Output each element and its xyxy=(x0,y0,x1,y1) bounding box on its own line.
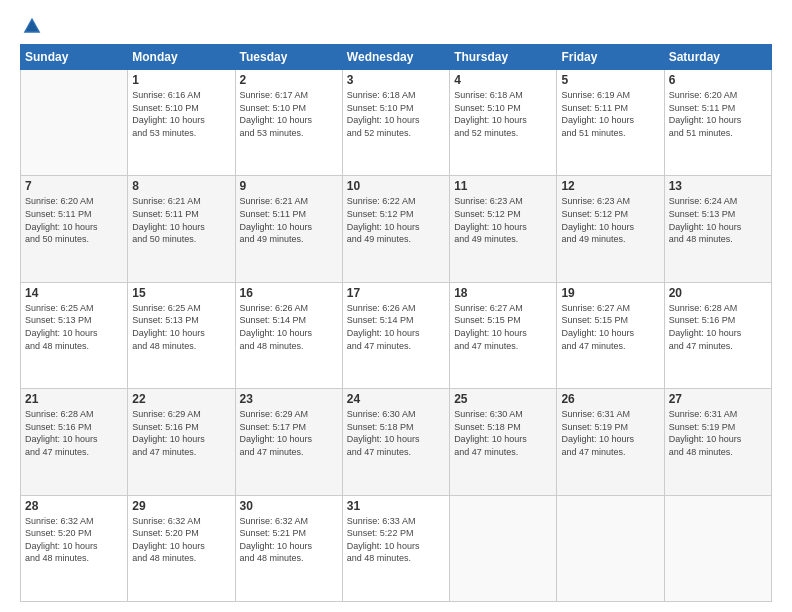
day-number: 28 xyxy=(25,499,123,513)
header-row: SundayMondayTuesdayWednesdayThursdayFrid… xyxy=(21,45,772,70)
logo-icon xyxy=(22,16,42,36)
day-detail: Sunrise: 6:25 AMSunset: 5:13 PMDaylight:… xyxy=(132,302,230,352)
calendar-table: SundayMondayTuesdayWednesdayThursdayFrid… xyxy=(20,44,772,602)
day-number: 15 xyxy=(132,286,230,300)
calendar-cell: 1Sunrise: 6:16 AMSunset: 5:10 PMDaylight… xyxy=(128,70,235,176)
calendar-cell: 16Sunrise: 6:26 AMSunset: 5:14 PMDayligh… xyxy=(235,282,342,388)
day-number: 3 xyxy=(347,73,445,87)
calendar-cell xyxy=(450,495,557,601)
day-number: 25 xyxy=(454,392,552,406)
day-header: Thursday xyxy=(450,45,557,70)
day-detail: Sunrise: 6:21 AMSunset: 5:11 PMDaylight:… xyxy=(240,195,338,245)
calendar-cell: 3Sunrise: 6:18 AMSunset: 5:10 PMDaylight… xyxy=(342,70,449,176)
calendar-cell: 27Sunrise: 6:31 AMSunset: 5:19 PMDayligh… xyxy=(664,389,771,495)
calendar-cell: 21Sunrise: 6:28 AMSunset: 5:16 PMDayligh… xyxy=(21,389,128,495)
day-number: 2 xyxy=(240,73,338,87)
calendar-week-row: 28Sunrise: 6:32 AMSunset: 5:20 PMDayligh… xyxy=(21,495,772,601)
calendar-cell: 9Sunrise: 6:21 AMSunset: 5:11 PMDaylight… xyxy=(235,176,342,282)
day-number: 26 xyxy=(561,392,659,406)
day-detail: Sunrise: 6:32 AMSunset: 5:20 PMDaylight:… xyxy=(132,515,230,565)
day-detail: Sunrise: 6:20 AMSunset: 5:11 PMDaylight:… xyxy=(25,195,123,245)
calendar-cell: 25Sunrise: 6:30 AMSunset: 5:18 PMDayligh… xyxy=(450,389,557,495)
day-number: 1 xyxy=(132,73,230,87)
page: SundayMondayTuesdayWednesdayThursdayFrid… xyxy=(0,0,792,612)
day-number: 31 xyxy=(347,499,445,513)
day-detail: Sunrise: 6:25 AMSunset: 5:13 PMDaylight:… xyxy=(25,302,123,352)
day-detail: Sunrise: 6:33 AMSunset: 5:22 PMDaylight:… xyxy=(347,515,445,565)
day-detail: Sunrise: 6:29 AMSunset: 5:16 PMDaylight:… xyxy=(132,408,230,458)
calendar-cell: 18Sunrise: 6:27 AMSunset: 5:15 PMDayligh… xyxy=(450,282,557,388)
day-detail: Sunrise: 6:31 AMSunset: 5:19 PMDaylight:… xyxy=(669,408,767,458)
day-detail: Sunrise: 6:27 AMSunset: 5:15 PMDaylight:… xyxy=(454,302,552,352)
calendar-cell xyxy=(664,495,771,601)
day-number: 7 xyxy=(25,179,123,193)
day-detail: Sunrise: 6:26 AMSunset: 5:14 PMDaylight:… xyxy=(240,302,338,352)
calendar-cell: 20Sunrise: 6:28 AMSunset: 5:16 PMDayligh… xyxy=(664,282,771,388)
calendar-cell: 26Sunrise: 6:31 AMSunset: 5:19 PMDayligh… xyxy=(557,389,664,495)
calendar-cell: 13Sunrise: 6:24 AMSunset: 5:13 PMDayligh… xyxy=(664,176,771,282)
day-detail: Sunrise: 6:27 AMSunset: 5:15 PMDaylight:… xyxy=(561,302,659,352)
day-number: 5 xyxy=(561,73,659,87)
day-detail: Sunrise: 6:30 AMSunset: 5:18 PMDaylight:… xyxy=(347,408,445,458)
calendar-cell: 22Sunrise: 6:29 AMSunset: 5:16 PMDayligh… xyxy=(128,389,235,495)
day-detail: Sunrise: 6:19 AMSunset: 5:11 PMDaylight:… xyxy=(561,89,659,139)
day-number: 29 xyxy=(132,499,230,513)
calendar-cell: 30Sunrise: 6:32 AMSunset: 5:21 PMDayligh… xyxy=(235,495,342,601)
day-detail: Sunrise: 6:28 AMSunset: 5:16 PMDaylight:… xyxy=(25,408,123,458)
day-header: Sunday xyxy=(21,45,128,70)
day-detail: Sunrise: 6:28 AMSunset: 5:16 PMDaylight:… xyxy=(669,302,767,352)
day-number: 23 xyxy=(240,392,338,406)
day-header: Tuesday xyxy=(235,45,342,70)
calendar-cell: 31Sunrise: 6:33 AMSunset: 5:22 PMDayligh… xyxy=(342,495,449,601)
day-number: 13 xyxy=(669,179,767,193)
day-number: 30 xyxy=(240,499,338,513)
calendar-cell: 24Sunrise: 6:30 AMSunset: 5:18 PMDayligh… xyxy=(342,389,449,495)
day-detail: Sunrise: 6:23 AMSunset: 5:12 PMDaylight:… xyxy=(454,195,552,245)
day-detail: Sunrise: 6:18 AMSunset: 5:10 PMDaylight:… xyxy=(347,89,445,139)
calendar-cell xyxy=(21,70,128,176)
calendar-cell: 12Sunrise: 6:23 AMSunset: 5:12 PMDayligh… xyxy=(557,176,664,282)
calendar-cell: 17Sunrise: 6:26 AMSunset: 5:14 PMDayligh… xyxy=(342,282,449,388)
calendar-cell: 19Sunrise: 6:27 AMSunset: 5:15 PMDayligh… xyxy=(557,282,664,388)
day-number: 19 xyxy=(561,286,659,300)
day-detail: Sunrise: 6:29 AMSunset: 5:17 PMDaylight:… xyxy=(240,408,338,458)
day-number: 11 xyxy=(454,179,552,193)
calendar-cell: 28Sunrise: 6:32 AMSunset: 5:20 PMDayligh… xyxy=(21,495,128,601)
day-number: 17 xyxy=(347,286,445,300)
calendar-cell: 29Sunrise: 6:32 AMSunset: 5:20 PMDayligh… xyxy=(128,495,235,601)
calendar-cell: 10Sunrise: 6:22 AMSunset: 5:12 PMDayligh… xyxy=(342,176,449,282)
calendar-cell: 11Sunrise: 6:23 AMSunset: 5:12 PMDayligh… xyxy=(450,176,557,282)
day-number: 14 xyxy=(25,286,123,300)
calendar-cell: 15Sunrise: 6:25 AMSunset: 5:13 PMDayligh… xyxy=(128,282,235,388)
day-detail: Sunrise: 6:30 AMSunset: 5:18 PMDaylight:… xyxy=(454,408,552,458)
header xyxy=(20,16,772,36)
day-detail: Sunrise: 6:18 AMSunset: 5:10 PMDaylight:… xyxy=(454,89,552,139)
day-detail: Sunrise: 6:31 AMSunset: 5:19 PMDaylight:… xyxy=(561,408,659,458)
logo xyxy=(20,16,42,36)
day-detail: Sunrise: 6:32 AMSunset: 5:21 PMDaylight:… xyxy=(240,515,338,565)
day-number: 6 xyxy=(669,73,767,87)
calendar-week-row: 14Sunrise: 6:25 AMSunset: 5:13 PMDayligh… xyxy=(21,282,772,388)
day-header: Friday xyxy=(557,45,664,70)
calendar-cell: 7Sunrise: 6:20 AMSunset: 5:11 PMDaylight… xyxy=(21,176,128,282)
day-number: 4 xyxy=(454,73,552,87)
calendar-cell: 6Sunrise: 6:20 AMSunset: 5:11 PMDaylight… xyxy=(664,70,771,176)
day-number: 10 xyxy=(347,179,445,193)
calendar-cell: 5Sunrise: 6:19 AMSunset: 5:11 PMDaylight… xyxy=(557,70,664,176)
day-detail: Sunrise: 6:26 AMSunset: 5:14 PMDaylight:… xyxy=(347,302,445,352)
day-detail: Sunrise: 6:20 AMSunset: 5:11 PMDaylight:… xyxy=(669,89,767,139)
day-number: 16 xyxy=(240,286,338,300)
day-detail: Sunrise: 6:23 AMSunset: 5:12 PMDaylight:… xyxy=(561,195,659,245)
calendar-week-row: 1Sunrise: 6:16 AMSunset: 5:10 PMDaylight… xyxy=(21,70,772,176)
calendar-week-row: 21Sunrise: 6:28 AMSunset: 5:16 PMDayligh… xyxy=(21,389,772,495)
calendar-cell: 8Sunrise: 6:21 AMSunset: 5:11 PMDaylight… xyxy=(128,176,235,282)
day-detail: Sunrise: 6:24 AMSunset: 5:13 PMDaylight:… xyxy=(669,195,767,245)
day-number: 22 xyxy=(132,392,230,406)
day-header: Monday xyxy=(128,45,235,70)
calendar-cell: 23Sunrise: 6:29 AMSunset: 5:17 PMDayligh… xyxy=(235,389,342,495)
day-number: 27 xyxy=(669,392,767,406)
day-number: 12 xyxy=(561,179,659,193)
day-number: 18 xyxy=(454,286,552,300)
calendar-cell xyxy=(557,495,664,601)
day-detail: Sunrise: 6:16 AMSunset: 5:10 PMDaylight:… xyxy=(132,89,230,139)
